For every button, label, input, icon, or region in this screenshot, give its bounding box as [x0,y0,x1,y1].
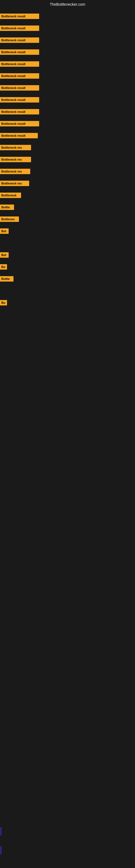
bottleneck-bar-1: Bottleneck result [0,26,39,31]
bottleneck-bar-5: Bottleneck result [0,73,39,79]
bottleneck-bar-16: Bottle [0,205,14,210]
bottleneck-bar-7: Bottleneck result [0,97,39,102]
bottleneck-bar-21: Bo [0,264,7,270]
bottleneck-bar-12: Bottleneck res [0,157,31,162]
vertical-line-1 [1,827,1,835]
bottleneck-bar-0: Bottleneck result [0,13,39,19]
bottleneck-bar-10: Bottleneck result [0,133,38,138]
chart-area: Bottleneck resultBottleneck resultBottle… [0,9,135,868]
site-title: TheBottlenecker.com [0,0,135,8]
bottleneck-bar-24: Bo [0,300,7,305]
bottleneck-bar-2: Bottleneck result [0,37,39,43]
bottleneck-bar-15: Bottleneck [0,193,21,198]
bottleneck-bar-11: Bottleneck res [0,145,31,150]
bottleneck-bar-3: Bottleneck result [0,50,39,55]
bottleneck-bar-6: Bottleneck result [0,85,39,91]
bottleneck-bar-4: Bottleneck result [0,61,39,67]
bottleneck-bar-13: Bottleneck res [0,169,30,174]
bottleneck-bar-14: Bottleneck res [0,181,29,186]
bottleneck-bar-17: Bottlenec [0,216,19,222]
bottleneck-bar-9: Bottleneck result [0,121,39,126]
vertical-line-2 [1,846,1,855]
bottleneck-bar-20: Bot [0,252,9,258]
bottleneck-bar-8: Bottleneck result [0,109,39,115]
bottleneck-bar-18: Bot [0,228,9,234]
bottleneck-bar-22: Bottle [0,276,13,282]
page-container: TheBottlenecker.com Bottleneck resultBot… [0,0,135,868]
